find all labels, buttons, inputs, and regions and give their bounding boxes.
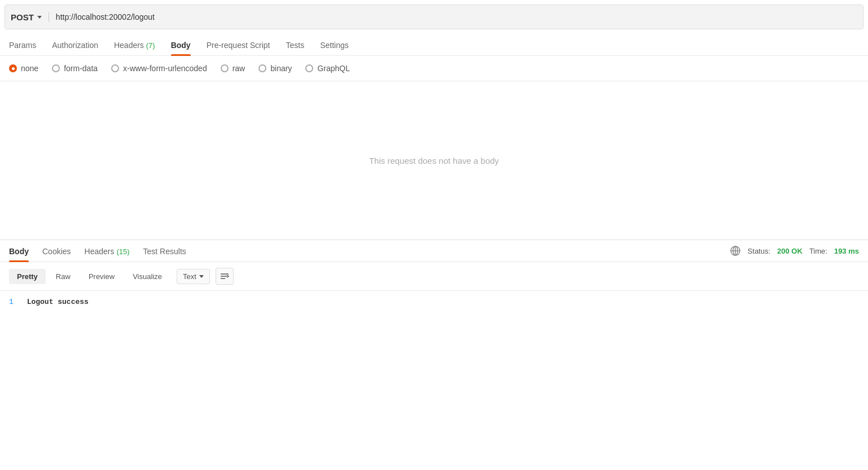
radio-circle-binary — [258, 64, 266, 72]
radio-circle-raw — [221, 64, 229, 72]
wrap-lines-button[interactable] — [216, 268, 234, 285]
tab-authorization[interactable]: Authorization — [52, 34, 98, 55]
text-dropdown-chevron-icon — [199, 275, 204, 278]
response-meta: Status: 200 OK Time: 193 ms — [730, 245, 859, 256]
radio-circle-form-data — [52, 64, 60, 72]
time-label: Time: — [809, 247, 827, 255]
tab-settings[interactable]: Settings — [320, 34, 349, 55]
radio-raw[interactable]: raw — [221, 64, 246, 73]
response-line-1-content: Logout success — [27, 298, 89, 306]
radio-circle-none — [9, 64, 17, 72]
format-tab-raw[interactable]: Raw — [48, 269, 78, 284]
response-tab-headers[interactable]: Headers (15) — [85, 240, 130, 262]
response-body: 1 Logout success — [0, 291, 868, 313]
radio-form-data[interactable]: form-data — [52, 64, 98, 73]
request-tabs: Params Authorization Headers (7) Body Pr… — [0, 34, 868, 56]
tab-prerequest[interactable]: Pre-request Script — [207, 34, 270, 55]
radio-binary[interactable]: binary — [258, 64, 292, 73]
headers-badge: (7) — [146, 41, 155, 50]
radio-urlencoded[interactable]: x-www-form-urlencoded — [111, 64, 207, 73]
method-label: POST — [11, 12, 34, 22]
format-tab-visualize[interactable]: Visualize — [125, 269, 170, 284]
text-dropdown[interactable]: Text — [177, 269, 210, 284]
response-tab-test-results[interactable]: Test Results — [143, 240, 186, 262]
tab-body[interactable]: Body — [171, 34, 191, 55]
format-tab-pretty[interactable]: Pretty — [9, 269, 46, 284]
chevron-down-icon — [37, 16, 42, 19]
response-tabs: Body Cookies Headers (15) Test Results S… — [0, 240, 868, 262]
body-options: none form-data x-www-form-urlencoded raw… — [0, 56, 868, 81]
time-value: 193 ms — [834, 247, 859, 255]
tab-tests[interactable]: Tests — [286, 34, 304, 55]
globe-icon[interactable] — [730, 245, 741, 256]
no-body-area: This request does not have a body — [0, 81, 868, 240]
status-label: Status: — [748, 247, 770, 255]
text-dropdown-label: Text — [183, 272, 196, 281]
tab-params[interactable]: Params — [9, 34, 36, 55]
response-tab-cookies[interactable]: Cookies — [42, 240, 71, 262]
radio-circle-graphql — [305, 64, 313, 72]
url-input[interactable] — [56, 12, 857, 21]
format-tab-preview[interactable]: Preview — [81, 269, 122, 284]
response-tab-body[interactable]: Body — [9, 240, 29, 262]
method-dropdown[interactable]: POST — [11, 12, 49, 22]
wrap-icon — [220, 272, 229, 280]
no-body-message: This request does not have a body — [369, 156, 499, 166]
line-number-1: 1 — [9, 298, 14, 306]
response-headers-badge: (15) — [116, 247, 129, 256]
tab-headers[interactable]: Headers (7) — [114, 34, 155, 55]
url-bar: POST — [5, 5, 863, 29]
format-tabs-row: Pretty Raw Preview Visualize Text — [0, 262, 868, 291]
status-value: 200 OK — [777, 247, 803, 255]
radio-circle-urlencoded — [111, 64, 119, 72]
radio-none[interactable]: none — [9, 64, 38, 73]
radio-graphql[interactable]: GraphQL — [305, 64, 350, 73]
